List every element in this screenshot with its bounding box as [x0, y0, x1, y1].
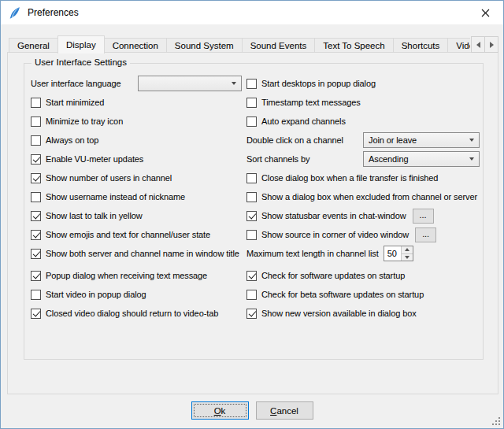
language-select[interactable]: [138, 76, 242, 91]
checkbox-label: Close dialog box when a file transfer is…: [261, 173, 438, 183]
checkbox-box: [31, 271, 41, 281]
checkbox-box: [246, 116, 257, 127]
tab-shortcuts[interactable]: Shortcuts: [393, 38, 449, 52]
video-source-more-button[interactable]: ...: [415, 227, 436, 242]
close-icon: [481, 9, 490, 17]
checkbox-box: [31, 116, 41, 127]
checkbox-always-on-top[interactable]: Always on top: [31, 131, 242, 150]
checkbox-auto-expand-channels[interactable]: Auto expand channels: [246, 112, 480, 131]
checkbox-new-version-dialog[interactable]: Show new version available in dialog box: [246, 304, 480, 323]
titlebar: Preferences: [1, 1, 503, 24]
checkbox-label: Start desktops in popup dialog: [261, 79, 376, 88]
checkbox-check-beta-updates[interactable]: Check for beta software updates on start…: [246, 285, 480, 304]
spinbox-buttons: [401, 246, 413, 261]
checkbox-box: [31, 98, 41, 108]
checkbox-box[interactable]: [246, 211, 257, 221]
checkbox-label: Closed video dialog should return to vid…: [46, 309, 218, 318]
checkbox-box: [31, 192, 41, 202]
checkbox-desktops-popup-dialog[interactable]: Start desktops in popup dialog: [246, 74, 480, 93]
checkbox-popup-on-text-message[interactable]: Popup dialog when receiving text message: [31, 266, 242, 285]
cancel-button[interactable]: Cancel: [256, 401, 313, 420]
checkbox-box: [246, 98, 257, 108]
max-text-length-spinbox[interactable]: 50: [384, 246, 413, 261]
video-source-row: Show source in corner of video window ..…: [246, 225, 480, 244]
arrow-up-icon: [405, 248, 410, 251]
tab-scroll-left-button[interactable]: [471, 36, 485, 53]
tab-sound-system[interactable]: Sound System: [166, 38, 243, 52]
tab-general[interactable]: General: [9, 38, 58, 52]
tab-label: Sound Events: [250, 41, 307, 50]
ok-button[interactable]: Ok: [191, 401, 249, 420]
checkbox-label: Always on top: [46, 135, 98, 145]
checkbox-video-popup-dialog[interactable]: Start video in popup dialog: [31, 285, 242, 304]
tab-connection[interactable]: Connection: [104, 38, 167, 52]
checkbox-closed-video-return-tab[interactable]: Closed video dialog should return to vid…: [31, 304, 242, 323]
tab-text-to-speech[interactable]: Text To Speech: [314, 38, 393, 52]
chevron-down-icon: [469, 157, 474, 161]
spinbox-value: 50: [384, 246, 401, 261]
checkbox-label: Show statusbar events in chat-window: [261, 211, 406, 220]
checkbox-last-talk-yellow[interactable]: Show last to talk in yellow: [31, 206, 242, 225]
preferences-dialog: Preferences General Display Connection S…: [0, 0, 504, 429]
chevron-down-icon: [232, 82, 236, 85]
user-interface-settings-group: User Interface Settings User interface l…: [24, 63, 484, 360]
double-click-select[interactable]: Join or leave: [363, 132, 480, 148]
arrow-down-icon: [405, 256, 410, 259]
checkbox-box: [31, 135, 41, 146]
checkbox-username-instead-nickname[interactable]: Show username instead of nickname: [31, 187, 242, 206]
tab-label: General: [17, 41, 50, 50]
checkbox-label: Show username instead of nickname: [46, 192, 185, 202]
group-title: User Interface Settings: [32, 57, 130, 67]
tab-scroll-right-button[interactable]: [484, 36, 498, 53]
checkbox-box: [31, 211, 41, 221]
checkbox-label: Check for beta software updates on start…: [261, 290, 424, 299]
checkbox-box: [246, 79, 257, 89]
tab-label: Video: [456, 41, 470, 50]
close-button[interactable]: [468, 1, 503, 24]
tab-scrollers: [471, 36, 498, 53]
tab-label: Sound System: [175, 41, 234, 50]
ok-label: Ok: [214, 406, 226, 416]
tab-video[interactable]: Video: [447, 38, 470, 52]
right-column: Start desktops in popup dialog Timestamp…: [246, 74, 480, 323]
checkbox-emojis-text-state[interactable]: Show emojis and text for channel/user st…: [31, 225, 242, 244]
checkbox-label: Show number of users in channel: [46, 173, 172, 183]
checkbox-box: [246, 290, 257, 300]
checkbox-box: [246, 173, 257, 183]
cancel-label: Cancel: [270, 406, 298, 416]
checkbox-label: Enable VU-meter updates: [46, 154, 143, 164]
checkbox-label: Timestamp text messages: [261, 98, 361, 107]
statusbar-events-more-button[interactable]: ...: [413, 209, 434, 224]
tab-bar: General Display Connection Sound System …: [9, 35, 470, 54]
checkbox-server-channel-in-title[interactable]: Show both server and channel name in win…: [31, 244, 242, 263]
checkbox-label: Check for software updates on startup: [261, 271, 405, 280]
checkbox-label: Show last to talk in yellow: [46, 211, 143, 220]
checkbox-start-minimized[interactable]: Start minimized: [31, 93, 242, 112]
statusbar-events-row: Show statusbar events in chat-window ...: [246, 206, 480, 225]
checkbox-label: Show new version available in dialog box: [261, 309, 417, 318]
arrow-left-icon: [476, 42, 480, 48]
checkbox-box: [31, 309, 41, 319]
checkbox-minimize-to-tray[interactable]: Minimize to tray icon: [31, 112, 242, 131]
sort-channels-row: Sort channels by Ascending: [246, 150, 480, 168]
tab-label: Display: [66, 40, 96, 50]
checkbox-label: Show both server and channel name in win…: [46, 249, 239, 258]
checkbox-check-updates[interactable]: Check for software updates on startup: [246, 266, 480, 285]
resize-grip[interactable]: [491, 416, 501, 426]
dialog-buttons: Ok Cancel: [1, 401, 503, 420]
checkbox-box[interactable]: [246, 230, 257, 240]
checkbox-box: [31, 173, 41, 183]
spin-down-button[interactable]: [402, 254, 413, 261]
tab-sound-events[interactable]: Sound Events: [242, 38, 316, 52]
checkbox-timestamp-messages[interactable]: Timestamp text messages: [246, 93, 480, 112]
sort-channels-select[interactable]: Ascending: [363, 151, 480, 167]
checkbox-close-on-transfer-finished[interactable]: Close dialog box when a file transfer is…: [246, 168, 480, 187]
left-column: User interface language Start minimized …: [31, 74, 242, 323]
sort-channels-value: Ascending: [369, 154, 465, 164]
checkbox-dialog-when-excluded[interactable]: Show a dialog box when excluded from cha…: [246, 187, 480, 206]
checkbox-vu-meter-updates[interactable]: Enable VU-meter updates: [31, 150, 242, 168]
tab-display[interactable]: Display: [57, 35, 105, 54]
tab-label: Text To Speech: [323, 41, 384, 50]
checkbox-show-user-count[interactable]: Show number of users in channel: [31, 168, 242, 187]
spin-up-button[interactable]: [402, 246, 413, 254]
